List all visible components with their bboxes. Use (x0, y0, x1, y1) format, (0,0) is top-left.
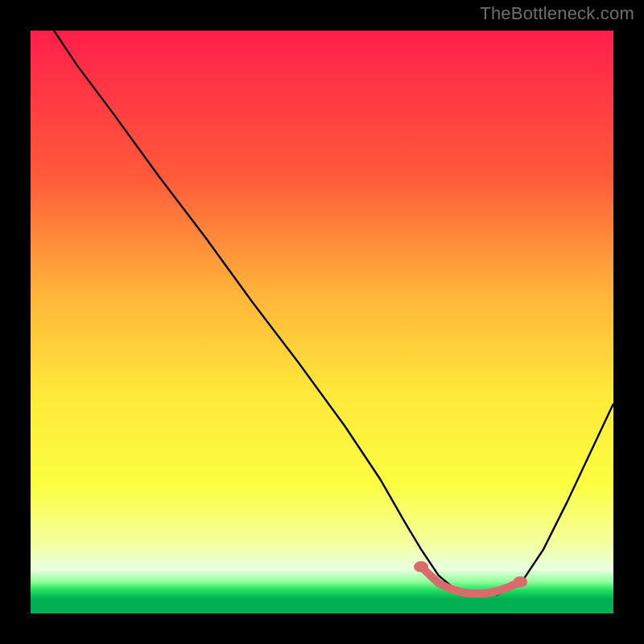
chart-frame: TheBottleneck.com (0, 0, 644, 644)
sweet-spot-dot (414, 561, 428, 572)
watermark-text: TheBottleneck.com (480, 3, 634, 24)
sweet-spot-dot (513, 576, 527, 588)
chart-svg-layer (31, 31, 613, 613)
bottleneck-curve (54, 31, 613, 595)
sweet-spot-markers (414, 561, 527, 593)
